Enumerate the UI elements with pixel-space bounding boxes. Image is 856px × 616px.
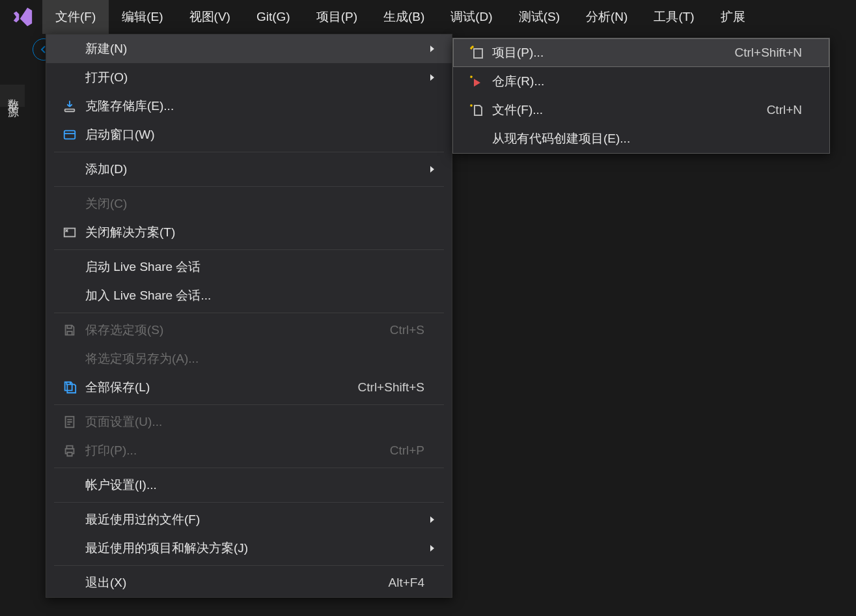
menuitem-new[interactable]: 新建(N): [46, 35, 452, 63]
download-icon: [55, 99, 84, 113]
menuitem-join-liveshare[interactable]: 加入 Live Share 会话...: [46, 281, 452, 310]
menuitem-label: 退出(X): [84, 574, 389, 591]
menuitem-analyze[interactable]: 分析(N): [573, 0, 641, 34]
separator: [54, 468, 444, 468]
separator: [54, 404, 444, 405]
menuitem-label: 关闭解决方案(T): [84, 224, 424, 241]
menuitem-label: 加入 Live Share 会话...: [84, 287, 424, 304]
menuitem-label: 视图(V): [189, 8, 230, 25]
chevron-right-icon: [424, 165, 440, 173]
menuitem-add[interactable]: 添加(D): [46, 155, 452, 184]
menubar: 文件(F) 编辑(E) 视图(V) Git(G) 项目(P) 生成(B) 调试(…: [0, 0, 856, 34]
menuitem-file[interactable]: 文件(F): [42, 0, 109, 34]
menuitem-tools[interactable]: 工具(T): [641, 0, 707, 34]
menuitem-save-all[interactable]: 全部保存(L) Ctrl+Shift+S: [46, 373, 452, 402]
menuitem-open[interactable]: 打开(O): [46, 63, 452, 92]
menuitem-debug[interactable]: 调试(D): [437, 0, 505, 34]
menuitem-label: 生成(B): [383, 8, 424, 25]
menuitem-view[interactable]: 视图(V): [176, 0, 243, 34]
new-file-icon: [462, 102, 491, 118]
menuitem-label: 将选定项另存为(A)...: [84, 350, 424, 367]
menuitem-build[interactable]: 生成(B): [370, 0, 437, 34]
print-icon: [55, 443, 84, 458]
new-submenu: 项目(P)... Ctrl+Shift+N 仓库(R)... 文件(F)... …: [452, 38, 830, 154]
menuitem-label: 最近使用的项目和解决方案(J): [84, 540, 424, 557]
shortcut-label: Ctrl+Shift+N: [735, 46, 802, 60]
menuitem-label: 工具(T): [654, 8, 694, 25]
menuitem-close: 关闭(C): [46, 189, 452, 218]
menuitem-new-project[interactable]: 项目(P)... Ctrl+Shift+N: [453, 38, 829, 67]
menuitem-new-from-existing[interactable]: 从现有代码创建项目(E)...: [453, 124, 829, 153]
menuitem-label: 项目(P): [316, 8, 357, 25]
menuitem-label: 打印(P)...: [84, 442, 390, 459]
menuitem-label: 启动 Live Share 会话: [84, 259, 424, 275]
menuitem-page-setup: 页面设置(U)...: [46, 408, 452, 436]
menuitem-label: 帐户设置(I)...: [84, 477, 424, 494]
shortcut-label: Ctrl+Shift+S: [358, 380, 424, 395]
sidebar-tab-label: 数据源: [7, 90, 20, 102]
menuitem-new-repository[interactable]: 仓库(R)...: [453, 67, 829, 96]
separator: [54, 249, 444, 250]
separator: [54, 502, 444, 503]
chevron-right-icon: [424, 516, 440, 524]
menuitem-edit[interactable]: 编辑(E): [109, 0, 176, 34]
menuitem-label: 启动窗口(W): [84, 126, 424, 143]
menuitem-git[interactable]: Git(G): [243, 0, 303, 34]
menuitem-clone-repository[interactable]: 克隆存储库(E)...: [46, 92, 452, 120]
menuitem-label: 文件(F)...: [491, 102, 767, 119]
chevron-right-icon: [424, 45, 440, 53]
menuitem-label: 编辑(E): [122, 8, 163, 25]
shortcut-label: Ctrl+S: [390, 323, 424, 337]
menuitem-label: 分析(N): [586, 8, 628, 25]
menuitem-new-file[interactable]: 文件(F)... Ctrl+N: [453, 96, 829, 124]
shortcut-label: Alt+F4: [389, 576, 424, 590]
svg-rect-4: [474, 49, 482, 58]
new-repo-icon: [462, 74, 491, 89]
menuitem-label: 添加(D): [84, 161, 424, 178]
menuitem-test[interactable]: 测试(S): [506, 0, 573, 34]
menuitem-label: 仓库(R)...: [491, 73, 802, 90]
window-icon: [55, 128, 84, 142]
menuitem-close-solution[interactable]: 关闭解决方案(T): [46, 218, 452, 247]
menuitem-label: 打开(O): [84, 69, 424, 86]
menuitem-label: 最近使用过的文件(F): [84, 511, 424, 528]
menuitem-label: 克隆存储库(E)...: [84, 98, 424, 115]
menuitem-label: 从现有代码创建项目(E)...: [491, 130, 802, 147]
chevron-right-icon: [424, 74, 440, 81]
page-setup-icon: [55, 415, 84, 429]
menuitem-recent-files[interactable]: 最近使用过的文件(F): [46, 505, 452, 534]
menuitem-label: 全部保存(L): [84, 379, 358, 396]
menuitem-save-selected: 保存选定项(S) Ctrl+S: [46, 316, 452, 344]
menuitem-start-liveshare[interactable]: 启动 Live Share 会话: [46, 253, 452, 281]
menuitem-extensions[interactable]: 扩展: [708, 0, 758, 34]
menuitem-label: 保存选定项(S): [84, 322, 390, 339]
sidebar-tab-datasources[interactable]: 数据源: [0, 85, 25, 107]
menuitem-start-window[interactable]: 启动窗口(W): [46, 120, 452, 149]
menuitem-label: 文件(F): [55, 8, 96, 25]
menuitem-label: Git(G): [256, 10, 290, 24]
save-icon: [55, 323, 84, 337]
menuitem-label: 项目(P)...: [491, 44, 735, 61]
shortcut-label: Ctrl+N: [767, 103, 802, 117]
shortcut-label: Ctrl+P: [390, 443, 424, 458]
separator: [54, 152, 444, 152]
menuitem-label: 测试(S): [519, 8, 560, 25]
separator: [54, 186, 444, 187]
svg-rect-0: [65, 109, 75, 112]
save-all-icon: [55, 380, 84, 395]
menuitem-save-selected-as: 将选定项另存为(A)...: [46, 344, 452, 373]
menuitem-exit[interactable]: 退出(X) Alt+F4: [46, 568, 452, 597]
menuitem-label: 新建(N): [84, 40, 424, 57]
menuitem-label: 关闭(C): [84, 195, 424, 212]
menuitem-recent-projects[interactable]: 最近使用的项目和解决方案(J): [46, 534, 452, 563]
menuitem-account-settings[interactable]: 帐户设置(I)...: [46, 471, 452, 499]
menuitem-project[interactable]: 项目(P): [303, 0, 370, 34]
separator: [54, 313, 444, 313]
close-window-icon: [55, 225, 84, 240]
menuitem-label: 扩展: [721, 8, 745, 25]
menuitem-label: 页面设置(U)...: [84, 413, 424, 430]
menuitem-label: 调试(D): [450, 8, 492, 25]
separator: [54, 565, 444, 566]
svg-rect-1: [64, 131, 76, 139]
file-menu: 新建(N) 打开(O) 克隆存储库(E)... 启动窗口(W) 添加(D): [46, 34, 452, 598]
